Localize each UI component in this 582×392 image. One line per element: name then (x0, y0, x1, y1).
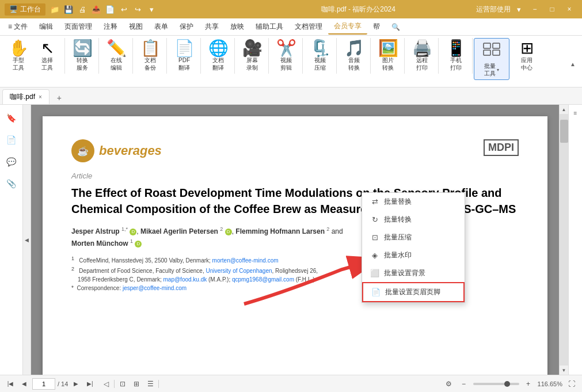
hand-tool-button[interactable]: ✋ 手型工具 (5, 38, 32, 74)
page-number-input[interactable] (32, 378, 55, 390)
remote-print-icon: 🖨️ (412, 40, 432, 56)
aff2-email2[interactable]: qcpmg1968@gmail.com (232, 276, 294, 283)
convert-button[interactable]: 🔄 转换服务 (69, 38, 96, 74)
pdf-translate-button[interactable]: 📄 PDF翻译 (170, 38, 198, 74)
menu-member[interactable]: 会员专享 (328, 19, 367, 35)
close-button[interactable]: × (561, 3, 577, 16)
zoom-plus-button[interactable]: + (523, 378, 534, 390)
author-petersen-sup: 2 (220, 226, 223, 232)
app-center-button[interactable]: ⊞ 应用中心 (513, 38, 541, 74)
pages-button[interactable]: 📄 (3, 131, 20, 149)
comment-button[interactable]: 💬 (3, 153, 20, 170)
dept-dropdown-icon[interactable]: ▾ (513, 3, 524, 15)
more-icon[interactable]: ▾ (146, 3, 157, 15)
bookmark-button[interactable]: 🔖 (3, 109, 20, 127)
batch-tools-button[interactable]: 批量工具 ▾ (477, 39, 507, 79)
select-label: 选择工具 (41, 56, 53, 71)
menu-view[interactable]: 视图 (123, 20, 149, 34)
minimize-button[interactable]: − (527, 3, 543, 16)
menu-share[interactable]: 共享 (199, 20, 225, 34)
last-page-button[interactable]: ▶| (84, 378, 96, 390)
collapse-panel-button[interactable]: ◀ (23, 105, 31, 375)
new-file-icon[interactable]: 📄 (104, 3, 116, 15)
aff2-email1[interactable]: map@food.ku.dk (163, 276, 207, 283)
img-convert-button[interactable]: 🖼️ 图片转换 (374, 38, 402, 74)
menu-file[interactable]: ≡ 文件 (2, 20, 33, 34)
dropdown-batch-header-footer[interactable]: 📄 批量设置页眉页脚 (362, 282, 465, 302)
dropdown-batch-replace[interactable]: ⇄ 批量替换 (362, 193, 465, 211)
collapse-icon: ◀ (25, 237, 29, 243)
remote-print-button[interactable]: 🖨️ 远程打印 (408, 38, 436, 74)
menu-form[interactable]: 表单 (149, 20, 174, 34)
scroll-up-button[interactable]: ▲ (560, 105, 569, 114)
aff2-university[interactable]: University of Copenhagen (206, 268, 272, 274)
folder-icon[interactable]: 📁 (49, 3, 60, 15)
save-icon[interactable]: 💾 (63, 3, 74, 15)
mobile-print-button[interactable]: 📱 手机打印 (442, 38, 470, 74)
first-page-button[interactable]: |◀ (5, 378, 16, 390)
batch-tools-icon (482, 41, 501, 62)
fit-page-button[interactable]: ⊡ (117, 378, 128, 390)
zoom-minus-button[interactable]: − (458, 378, 470, 390)
menu-help[interactable]: 帮 (367, 20, 386, 34)
select-tool-button[interactable]: ↖ 选择工具 (33, 38, 61, 74)
panel-icon-1[interactable]: ≡ (570, 107, 581, 119)
ribbon-buttons: ✋ 手型工具 ↖ 选择工具 🔄 转换服务 ✏️ 在线编辑 (5, 38, 566, 85)
tab-add-button[interactable]: + (52, 92, 67, 104)
video-edit-button[interactable]: ✂️ 视频剪辑 (272, 38, 300, 74)
menu-protect[interactable]: 保护 (174, 20, 199, 34)
author-larsen: Flemming Hofmann Larsen (235, 227, 325, 235)
scroll-down-button[interactable]: ▼ (560, 366, 569, 375)
scroll-thumb[interactable] (560, 120, 568, 143)
dropdown-batch-bg[interactable]: ⬜ 批量设置背景 (362, 264, 465, 282)
menu-search[interactable]: 🔍 (386, 21, 406, 33)
video-compress-button[interactable]: 🗜️ 视频压缩 (306, 38, 334, 74)
undo-icon[interactable]: ↩ (118, 3, 130, 15)
tab-pdf[interactable]: 咖啡.pdf × (2, 89, 50, 104)
menu-docmanage[interactable]: 文档管理 (289, 20, 328, 34)
screen-record-button[interactable]: 🎥 屏幕录制 (238, 38, 266, 74)
ribbon-scroll-up[interactable]: ▲ (568, 38, 577, 90)
menu-annotation[interactable]: 注释 (98, 20, 123, 34)
attachment-button[interactable]: 📎 (3, 175, 20, 192)
menu-present[interactable]: 放映 (225, 20, 250, 34)
app-logo[interactable]: 🖥️ 工作台 (5, 3, 45, 16)
fit-width-button[interactable]: ⊞ (131, 378, 142, 390)
zoom-slider[interactable] (473, 383, 519, 385)
doc-backup-button[interactable]: 📋 文档备份 (136, 38, 164, 74)
dropdown-batch-compress[interactable]: ⊡ 批量压缩 (362, 229, 465, 246)
doc-translate-button[interactable]: 🌐 文档翻译 (204, 38, 232, 74)
next-page-button[interactable]: ▶ (70, 378, 82, 390)
tab-close-button[interactable]: × (39, 94, 42, 100)
video-edit-icon: ✂️ (276, 40, 296, 56)
pdf-container[interactable]: ☕ beverages MDPI Article The Effect of R… (31, 105, 559, 375)
dropdown-batch-convert[interactable]: ↻ 批量转换 (362, 211, 465, 229)
scroll-track[interactable] (560, 114, 568, 366)
prev-view-button[interactable]: ◁ (100, 378, 112, 390)
continuous-button[interactable]: ☰ (144, 378, 156, 390)
aff1-email[interactable]: morten@coffee-mind.com (212, 258, 279, 264)
status-separator-1 (114, 380, 115, 388)
batch-bg-label: 批量设置背景 (384, 268, 425, 278)
prev-page-button[interactable]: ◀ (18, 378, 30, 390)
export-icon[interactable]: 📤 (90, 3, 102, 15)
print-icon[interactable]: 🖨 (77, 3, 88, 15)
zoom-level: 116.65% (538, 380, 562, 387)
menu-pagemanage[interactable]: 页面管理 (59, 20, 98, 34)
ribbon: ✋ 手型工具 ↖ 选择工具 🔄 转换服务 ✏️ 在线编辑 (0, 36, 582, 87)
orcid-petersen: D (225, 229, 232, 235)
dropdown-batch-watermark[interactable]: ◈ 批量水印 (362, 246, 465, 264)
right-scrollbar[interactable]: ▲ ▼ (559, 105, 568, 375)
fullscreen-button[interactable]: ⛶ (566, 378, 577, 390)
audio-convert-icon: 🎵 (344, 40, 364, 56)
menu-assist[interactable]: 辅助工具 (250, 20, 289, 34)
redo-icon[interactable]: ↪ (132, 3, 143, 15)
menu-edit[interactable]: 编辑 (33, 20, 59, 34)
online-edit-button[interactable]: ✏️ 在线编辑 (102, 38, 130, 74)
zoom-slider-thumb[interactable] (504, 381, 510, 387)
article-label: Article (71, 172, 519, 180)
audio-convert-button[interactable]: 🎵 音频转换 (340, 38, 368, 74)
zoom-settings-icon[interactable]: ⚙ (443, 378, 455, 390)
maximize-button[interactable]: □ (544, 3, 560, 16)
correspondence-email[interactable]: jesper@coffee-mind.com (123, 285, 187, 291)
